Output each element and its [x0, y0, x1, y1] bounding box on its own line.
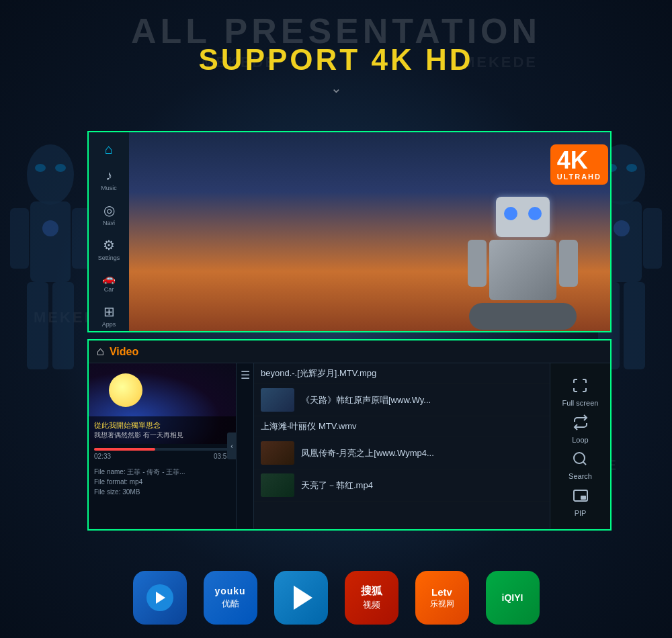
search-button[interactable]: Search — [569, 448, 592, 480]
playlist: beyond.-.[光辉岁月].MTV.mpg 《天路》韩红原声原唱[www.W… — [254, 363, 550, 529]
main-title: SUPPORT 4K HD — [0, 43, 672, 77]
app-tencent-video[interactable] — [274, 571, 328, 625]
section-title: Video — [110, 346, 138, 358]
list-item[interactable]: 上海滩-叶丽仪 MTV.wmv — [254, 416, 550, 437]
svg-rect-2 — [10, 208, 29, 269]
app-pptv[interactable] — [133, 571, 187, 625]
car-label: Car — [104, 286, 114, 293]
settings-label: Settings — [98, 255, 120, 261]
svg-rect-12 — [643, 208, 662, 269]
playlist-thumb — [261, 473, 294, 497]
sidebar-item-home[interactable]: ⌂ — [89, 139, 129, 160]
4k-badge: 4K ULTRAHD — [550, 144, 608, 185]
app-youku[interactable]: youku 优酷 — [204, 571, 257, 625]
svg-point-6 — [35, 164, 46, 172]
time-current: 02:33 — [94, 453, 111, 460]
sidebar-item-music[interactable]: ♪ Music — [89, 165, 129, 194]
pip-button[interactable]: PIP — [570, 485, 591, 517]
home-icon: ⌂ — [105, 142, 113, 157]
file-info: File name: 王菲 - 传奇 - 王菲... File format: … — [89, 464, 236, 500]
progress-bar — [94, 448, 230, 451]
loop-icon — [570, 412, 591, 433]
settings-icon: ⚙ — [103, 237, 115, 253]
svg-rect-21 — [581, 496, 586, 500]
list-item[interactable]: 《天路》韩红原声原唱[www.Wy... — [254, 384, 550, 416]
sidebar-item-car[interactable]: 🚗 Car — [89, 269, 129, 295]
svg-point-18 — [574, 453, 585, 463]
ironman-left-figure — [7, 121, 94, 423]
sidebar-item-apps[interactable]: ⊞ Apps — [89, 301, 129, 330]
video-list-panel: ⌂ Video 從此我開始獨單思念 我想著偶然然影 有一天再相見 02:33 — [87, 339, 612, 531]
playlist-thumb — [261, 441, 294, 465]
loop-label: Loop — [572, 436, 588, 444]
now-playing-line2: 我想著偶然然影 有一天再相見 — [94, 430, 230, 440]
pip-icon — [570, 485, 591, 506]
robot-eye-left — [504, 207, 517, 220]
chevron-icon: ⌄ — [0, 80, 672, 96]
robot-arm-right — [559, 240, 578, 287]
svg-line-19 — [583, 462, 586, 465]
progress-times: 02:33 03:56 — [94, 453, 230, 460]
svg-point-7 — [55, 164, 66, 172]
svg-point-16 — [626, 164, 637, 172]
music-icon: ♪ — [106, 168, 112, 183]
file-format: File format: mp4 — [94, 477, 230, 487]
controls-panel: Full screen Loop — [550, 363, 610, 529]
file-list-panel: ☰ — [237, 363, 254, 529]
fullscreen-label: Full screen — [562, 399, 599, 407]
robot-track — [469, 303, 577, 330]
file-size: File size: 30MB — [94, 487, 230, 497]
playlist-item-title: 上海滩-叶丽仪 MTV.wmv — [261, 420, 543, 432]
progress-area: 02:33 03:56 — [89, 444, 236, 464]
search-label: Search — [569, 472, 592, 480]
fullscreen-icon — [569, 375, 591, 396]
playlist-item-title: 《天路》韩红原声原唱[www.Wy... — [301, 394, 543, 406]
robot-eye-right — [528, 207, 542, 220]
music-label: Music — [101, 185, 117, 191]
player-window: ⌂ ♪ Music ◎ Navi ⚙ Settings 🚗 Car ⊞ Apps — [87, 131, 612, 332]
4k-text: 4K — [557, 148, 601, 173]
sidebar-item-settings[interactable]: ⚙ Settings — [89, 234, 129, 264]
file-name: File name: 王菲 - 传奇 - 王菲... — [94, 467, 230, 477]
list-item[interactable]: 天亮了－韩红.mp4 — [254, 469, 550, 502]
panel-body: 從此我開始獨單思念 我想著偶然然影 有一天再相見 02:33 03:56 Fil… — [89, 363, 610, 529]
panel-home-icon: ⌂ — [97, 345, 104, 359]
robot-figure — [456, 197, 590, 331]
collapse-button[interactable]: ‹ — [227, 432, 237, 459]
list-item[interactable]: 凤凰传奇-月亮之上[www.Wymp4... — [254, 437, 550, 469]
svg-point-17 — [614, 220, 630, 236]
playlist-item-title: 凤凰传奇-月亮之上[www.Wymp4... — [301, 447, 543, 459]
app-letv[interactable]: Letv 乐视网 — [415, 571, 469, 625]
now-playing-panel: 從此我開始獨單思念 我想著偶然然影 有一天再相見 02:33 03:56 Fil… — [89, 363, 237, 529]
svg-rect-5 — [52, 282, 74, 369]
car-icon: 🚗 — [102, 272, 116, 285]
now-playing-overlay: 從此我開始獨單思念 我想著偶然然影 有一天再相見 — [89, 416, 236, 444]
sidebar-item-navi[interactable]: ◎ Navi — [89, 199, 129, 229]
panel-header: ⌂ Video — [89, 340, 610, 363]
playlist-item-title: 天亮了－韩红.mp4 — [301, 480, 543, 492]
video-display — [129, 132, 610, 331]
playlist-item-title: beyond.-.[光辉岁月].MTV.mpg — [261, 367, 543, 379]
svg-point-0 — [27, 144, 74, 205]
list-item[interactable]: beyond.-.[光辉岁月].MTV.mpg — [254, 363, 550, 384]
apps-label: Apps — [102, 321, 116, 328]
svg-rect-1 — [30, 201, 71, 282]
pip-label: PIP — [575, 509, 587, 517]
svg-point-8 — [42, 220, 58, 236]
loop-button[interactable]: Loop — [570, 412, 591, 444]
thumb-moon — [109, 373, 142, 407]
title-area: ALL PRESENTATION SUPPORT 4K HD ⌄ — [0, 13, 672, 96]
fullscreen-button[interactable]: Full screen — [562, 375, 599, 407]
navi-label: Navi — [103, 220, 115, 226]
app-iqiyi[interactable]: iQIYI — [486, 571, 540, 625]
now-playing-line1: 從此我開始獨單思念 — [94, 420, 230, 430]
robot-torso — [489, 240, 556, 300]
ultrahd-label: ULTRAHD — [557, 173, 601, 181]
robot-head — [496, 197, 550, 237]
svg-rect-14 — [624, 282, 645, 369]
app-sohu-video[interactable]: 搜狐 视频 — [345, 571, 398, 625]
app-icons-row: youku 优酷 搜狐 视频 Letv 乐视网 iQIYI — [0, 571, 672, 625]
search-icon — [569, 448, 591, 469]
robot-arm-left — [468, 240, 487, 287]
now-playing-thumb: 從此我開始獨單思念 我想著偶然然影 有一天再相見 — [89, 363, 236, 444]
